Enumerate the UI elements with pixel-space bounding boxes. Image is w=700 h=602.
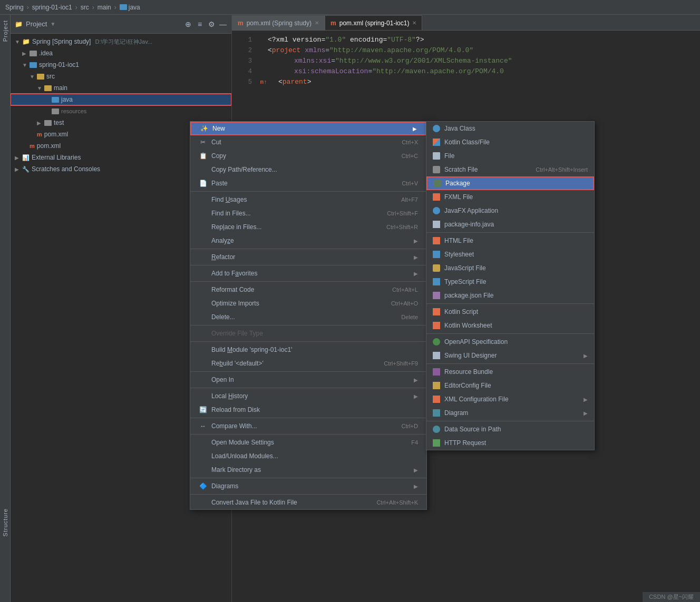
kotlin-class-label: Kotlin Class/File [444, 139, 490, 146]
submenu-swing-ui[interactable]: Swing UI Designer ▶ [426, 349, 594, 362]
submenu-fxml[interactable]: FXML File [426, 190, 594, 204]
ctx-analyze-arrow: ▶ [414, 238, 418, 244]
local-history-icon [199, 392, 207, 400]
ctx-new-label: New [212, 125, 225, 132]
submenu-ts[interactable]: TypeScript File [426, 275, 594, 289]
ctx-replace-files-label: Replace in Files... [211, 223, 261, 231]
submenu-java-class[interactable]: Java Class [426, 122, 594, 135]
java-class-icon [433, 125, 440, 132]
find-files-icon [199, 209, 207, 218]
submenu-package-json[interactable]: package.json File [426, 289, 594, 302]
ctx-item-paste[interactable]: 📄 Paste Ctrl+V [190, 176, 426, 190]
submenu-http-request[interactable]: HTTP Request [426, 436, 594, 450]
ctx-item-convert-kotlin[interactable]: Convert Java File to Kotlin File Ctrl+Al… [190, 496, 426, 509]
submenu-kotlin-worksheet[interactable]: Kotlin Worksheet [426, 319, 594, 332]
ctx-diagrams-label: Diagrams [211, 482, 238, 490]
ctx-item-find-usages[interactable]: Find Usages Alt+F7 [190, 193, 426, 206]
js-icon [433, 264, 440, 272]
ctx-item-optimize[interactable]: Optimize Imports Ctrl+Alt+O [190, 297, 426, 310]
submenu-diagram[interactable]: Diagram ▶ [426, 406, 594, 420]
reformat-icon [199, 285, 207, 294]
submenu-kotlin-class[interactable]: Kotlin Class/File [426, 135, 594, 149]
package-json-icon [433, 292, 440, 299]
copy-path-icon [199, 165, 207, 174]
ctx-item-rebuild[interactable]: Rebuild '<default>' Ctrl+Shift+F9 [190, 357, 426, 370]
kotlin-class-icon [433, 139, 440, 146]
ctx-divider-4 [190, 281, 426, 282]
ctx-item-refactor[interactable]: Refactor ▶ [190, 250, 426, 264]
submenu-html[interactable]: HTML File [426, 234, 594, 248]
http-request-icon [433, 439, 440, 447]
file-icon [433, 152, 440, 160]
submenu-file[interactable]: File [426, 149, 594, 163]
ctx-item-delete[interactable]: Delete... Delete [190, 310, 426, 324]
ctx-item-replace-files[interactable]: Replace in Files... Ctrl+Shift+R [190, 220, 426, 234]
submenu-stylesheet[interactable]: Stylesheet [426, 248, 594, 261]
reload-icon: 🔄 [199, 406, 207, 414]
diagram-icon [433, 409, 440, 417]
ctx-cut-label: Cut [211, 139, 221, 146]
submenu-kotlin-script[interactable]: Kotlin Script [426, 305, 594, 319]
submenu-divider-3 [426, 333, 594, 334]
submenu-divider-2 [426, 303, 594, 304]
ctx-local-history-arrow: ▶ [414, 393, 418, 399]
ctx-item-analyze[interactable]: Analyze ▶ [190, 234, 426, 248]
ctx-optimize-label: Optimize Imports [211, 300, 259, 307]
ctx-item-local-history[interactable]: Local History ▶ [190, 389, 426, 403]
submenu-editorconfig[interactable]: EditorConfig File [426, 379, 594, 392]
submenu-javafx[interactable]: JavaFX Application [426, 204, 594, 218]
ctx-favorites-arrow: ▶ [414, 271, 418, 277]
ctx-item-reformat[interactable]: Reformat Code Ctrl+Alt+L [190, 283, 426, 297]
submenu-package[interactable]: Package [426, 176, 594, 190]
ctx-mark-dir-label: Mark Directory as [211, 466, 261, 473]
optimize-icon [199, 299, 207, 308]
java-class-label: Java Class [444, 125, 475, 132]
ctx-item-load-modules[interactable]: Load/Unload Modules... [190, 449, 426, 463]
submenu-js[interactable]: JavaScript File [426, 261, 594, 275]
ctx-item-find-files[interactable]: Find in Files... Ctrl+Shift+F [190, 206, 426, 220]
submenu-datasource[interactable]: Data Source in Path [426, 422, 594, 436]
submenu-pkginfo[interactable]: package-info.java [426, 218, 594, 231]
js-label: JavaScript File [444, 264, 486, 272]
editorconfig-label: EditorConfig File [444, 382, 491, 389]
ctx-divider-12 [190, 494, 426, 495]
ctx-copy-label: Copy [211, 152, 226, 160]
override-icon [199, 329, 207, 338]
ctx-item-open-in[interactable]: Open In ▶ [190, 373, 426, 387]
ctx-item-compare[interactable]: ↔ Compare With... Ctrl+D [190, 419, 426, 433]
submenu-resource-bundle[interactable]: Resource Bundle [426, 365, 594, 379]
submenu-new: Java Class Kotlin Class/File File Scratc… [426, 121, 595, 450]
submenu-openapi[interactable]: OpenAPI Specification [426, 335, 594, 349]
ctx-item-new[interactable]: ✨ New ▶ [190, 122, 426, 135]
ctx-item-diagrams[interactable]: 🔷 Diagrams ▶ [190, 479, 426, 493]
swing-arrow: ▶ [584, 353, 588, 359]
ctx-item-build-module[interactable]: Build Module 'spring-01-ioc1' [190, 343, 426, 357]
ctx-item-copy[interactable]: 📋 Copy Ctrl+C [190, 149, 426, 163]
replace-files-icon [199, 223, 207, 231]
http-request-label: HTTP Request [444, 439, 486, 447]
ctx-item-favorites[interactable]: Add to Favorites ▶ [190, 267, 426, 280]
submenu-xml-config[interactable]: XML Configuration File ▶ [426, 392, 594, 406]
find-usages-icon [199, 195, 207, 204]
ctx-compare-label: Compare With... [211, 422, 257, 430]
ctx-item-reload[interactable]: 🔄 Reload from Disk [190, 403, 426, 417]
submenu-divider-5 [426, 421, 594, 421]
kotlin-script-label: Kotlin Script [444, 308, 478, 315]
ctx-rebuild-label: Rebuild '<default>' [211, 360, 264, 367]
ctx-local-history-label: Local History [211, 392, 248, 400]
kotlin-worksheet-label: Kotlin Worksheet [444, 322, 492, 329]
submenu-scratch-file[interactable]: Scratch File Ctrl+Alt+Shift+Insert [426, 163, 594, 176]
ts-label: TypeScript File [444, 278, 486, 285]
ctx-item-module-settings[interactable]: Open Module Settings F4 [190, 436, 426, 449]
ctx-item-copy-path[interactable]: Copy Path/Reference... [190, 163, 426, 176]
cut-icon: ✂ [199, 138, 207, 146]
ctx-item-mark-dir[interactable]: Mark Directory as ▶ [190, 463, 426, 477]
rebuild-icon [199, 359, 207, 368]
javafx-icon [433, 207, 440, 214]
ctx-item-cut[interactable]: ✂ Cut Ctrl+X [190, 135, 426, 149]
ctx-diagrams-arrow: ▶ [414, 483, 418, 489]
ctx-divider-11 [190, 478, 426, 478]
xml-config-arrow: ▶ [584, 397, 588, 402]
ctx-divider-7 [190, 371, 426, 372]
context-menu: ✨ New ▶ ✂ Cut Ctrl+X 📋 Copy Ctrl+C Copy … [190, 121, 427, 510]
